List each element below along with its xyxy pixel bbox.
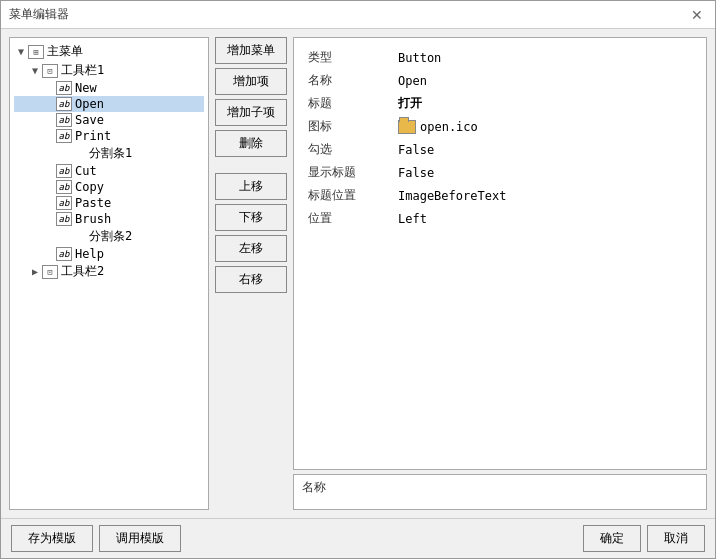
tree-item-sep1[interactable]: 分割条1: [14, 144, 204, 163]
expand-icon[interactable]: ▼: [28, 65, 42, 76]
prop-row: 位置Left: [302, 207, 698, 230]
item-icon: ab: [56, 164, 72, 178]
tree-item-label: 工具栏2: [61, 263, 104, 280]
prop-value: Button: [392, 46, 698, 69]
move-up-button[interactable]: 上移: [215, 173, 287, 200]
tree-item-open[interactable]: abOpen: [14, 96, 204, 112]
tree-item-label: 分割条2: [89, 228, 132, 245]
prop-key: 位置: [302, 207, 392, 230]
name-label: 名称: [302, 479, 698, 496]
tree-item-help[interactable]: abHelp: [14, 246, 204, 262]
item-icon: ab: [56, 196, 72, 210]
window-title: 菜单编辑器: [9, 6, 69, 23]
prop-key: 显示标题: [302, 161, 392, 184]
tree-item-copy[interactable]: abCopy: [14, 179, 204, 195]
save-template-button[interactable]: 存为模版: [11, 525, 93, 552]
move-left-button[interactable]: 左移: [215, 235, 287, 262]
close-button[interactable]: ✕: [687, 7, 707, 23]
item-icon: ab: [56, 247, 72, 261]
item-icon: ab: [56, 129, 72, 143]
item-icon: ab: [56, 81, 72, 95]
prop-value: Open: [392, 69, 698, 92]
item-icon: ab: [56, 113, 72, 127]
prop-value: 打开: [392, 92, 698, 115]
prop-icon-cell: open.ico: [398, 120, 692, 134]
tree-item-label: 工具栏1: [61, 62, 104, 79]
folder-icon: [398, 120, 416, 134]
prop-row: 勾选False: [302, 138, 698, 161]
prop-key: 类型: [302, 46, 392, 69]
main-content: ▼⊞主菜单▼⊡工具栏1 abNew abOpen abSave abPrint …: [1, 29, 715, 518]
call-template-button[interactable]: 调用模版: [99, 525, 181, 552]
toolbar-icon: ⊡: [42, 64, 58, 78]
tree-item-label: 主菜单: [47, 43, 83, 60]
props-outer: 类型Button名称Open标题打开图标open.ico勾选False显示标题F…: [293, 37, 707, 510]
props-panel: 类型Button名称Open标题打开图标open.ico勾选False显示标题F…: [293, 37, 707, 470]
prop-row: 标题位置ImageBeforeText: [302, 184, 698, 207]
move-right-button[interactable]: 右移: [215, 266, 287, 293]
tree-item-label: Help: [75, 247, 104, 261]
tree-item-label: New: [75, 81, 97, 95]
bottom-right-buttons: 确定 取消: [583, 525, 705, 552]
prop-key: 名称: [302, 69, 392, 92]
expand-icon[interactable]: ▶: [28, 266, 42, 277]
tree-item-label: Save: [75, 113, 104, 127]
tree-item-toolbar1[interactable]: ▼⊡工具栏1: [14, 61, 204, 80]
name-area: 名称: [293, 474, 707, 510]
add-item-button[interactable]: 增加项: [215, 68, 287, 95]
prop-value: open.ico: [392, 115, 698, 138]
tree-item-new[interactable]: abNew: [14, 80, 204, 96]
tree-item-label: Paste: [75, 196, 111, 210]
add-menu-button[interactable]: 增加菜单: [215, 37, 287, 64]
prop-value-bold: 打开: [398, 96, 422, 110]
delete-button[interactable]: 删除: [215, 130, 287, 157]
bottom-bar: 存为模版 调用模版 确定 取消: [1, 518, 715, 558]
prop-key: 标题: [302, 92, 392, 115]
root-icon: ⊞: [28, 45, 44, 59]
tree-item-label: Cut: [75, 164, 97, 178]
tree-panel[interactable]: ▼⊞主菜单▼⊡工具栏1 abNew abOpen abSave abPrint …: [9, 37, 209, 510]
prop-row: 显示标题False: [302, 161, 698, 184]
prop-row: 类型Button: [302, 46, 698, 69]
tree-item-label: Open: [75, 97, 104, 111]
tree-item-brush[interactable]: abBrush: [14, 211, 204, 227]
tree-item-toolbar2[interactable]: ▶⊡工具栏2: [14, 262, 204, 281]
tree-item-sep2[interactable]: 分割条2: [14, 227, 204, 246]
tree-item-print[interactable]: abPrint: [14, 128, 204, 144]
prop-value: Left: [392, 207, 698, 230]
item-icon: ab: [56, 212, 72, 226]
toolbar-icon: ⊡: [42, 265, 58, 279]
prop-icon-filename: open.ico: [420, 120, 478, 134]
expand-icon[interactable]: ▼: [14, 46, 28, 57]
menu-editor-window: 菜单编辑器 ✕ ▼⊞主菜单▼⊡工具栏1 abNew abOpen abSave …: [0, 0, 716, 559]
add-child-button[interactable]: 增加子项: [215, 99, 287, 126]
ok-button[interactable]: 确定: [583, 525, 641, 552]
tree-item-paste[interactable]: abPaste: [14, 195, 204, 211]
props-table: 类型Button名称Open标题打开图标open.ico勾选False显示标题F…: [302, 46, 698, 230]
prop-value: ImageBeforeText: [392, 184, 698, 207]
tree-item-label: Copy: [75, 180, 104, 194]
item-icon: ab: [56, 97, 72, 111]
prop-value: False: [392, 138, 698, 161]
tree-item-cut[interactable]: abCut: [14, 163, 204, 179]
tree-item-save[interactable]: abSave: [14, 112, 204, 128]
prop-value: False: [392, 161, 698, 184]
cancel-button[interactable]: 取消: [647, 525, 705, 552]
tree-item-label: 分割条1: [89, 145, 132, 162]
tree-item-label: Print: [75, 129, 111, 143]
prop-key: 勾选: [302, 138, 392, 161]
move-down-button[interactable]: 下移: [215, 204, 287, 231]
prop-key: 图标: [302, 115, 392, 138]
prop-row: 图标open.ico: [302, 115, 698, 138]
prop-row: 名称Open: [302, 69, 698, 92]
bottom-left-buttons: 存为模版 调用模版: [11, 525, 181, 552]
title-bar: 菜单编辑器 ✕: [1, 1, 715, 29]
prop-row: 标题打开: [302, 92, 698, 115]
prop-key: 标题位置: [302, 184, 392, 207]
tree-item-label: Brush: [75, 212, 111, 226]
tree-item-main-menu[interactable]: ▼⊞主菜单: [14, 42, 204, 61]
buttons-panel: 增加菜单 增加项 增加子项 删除 上移 下移 左移 右移: [215, 37, 287, 510]
item-icon: ab: [56, 180, 72, 194]
